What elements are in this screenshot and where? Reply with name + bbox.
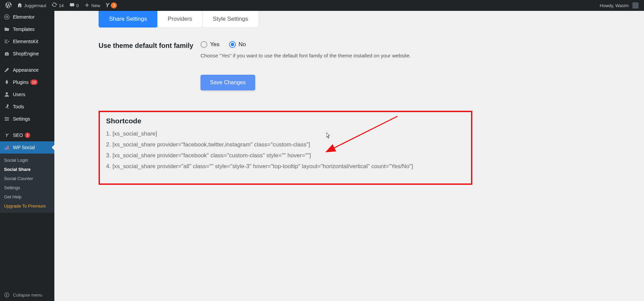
yoast-badge: 3 — [111, 2, 117, 8]
submenu-get-help[interactable]: Get Help — [0, 192, 54, 201]
tab-share-settings[interactable]: Share Settings — [99, 11, 158, 28]
svg-rect-5 — [5, 40, 8, 40]
menu-label: ShopEngine — [13, 51, 39, 56]
elementskit-icon — [3, 38, 10, 45]
svg-rect-18 — [7, 146, 8, 149]
menu-label: Appearance — [13, 67, 39, 73]
svg-rect-16 — [5, 148, 5, 150]
shopengine-icon — [3, 50, 10, 57]
menu-label: ElementsKit — [13, 39, 38, 44]
menu-tools[interactable]: Tools — [0, 101, 54, 113]
updates-link[interactable]: 14 — [49, 0, 66, 11]
svg-point-9 — [6, 92, 8, 94]
new-label: New — [91, 3, 100, 8]
svg-rect-4 — [7, 18, 8, 18]
svg-point-13 — [5, 117, 6, 118]
menu-label: Tools — [13, 104, 24, 109]
menu-users[interactable]: Users — [0, 88, 54, 101]
folder-icon — [3, 26, 10, 33]
comments-link[interactable]: 0 — [67, 0, 82, 11]
menu-appearance[interactable]: Appearance — [0, 64, 54, 76]
menu-wpsocial[interactable]: WP Social — [0, 141, 54, 154]
radio-icon — [229, 41, 236, 48]
menu-settings[interactable]: Settings — [0, 113, 54, 125]
sliders-icon — [3, 116, 10, 122]
svg-point-8 — [6, 54, 7, 55]
shortcode-box: Shortcode 1. [xs_social_share] 2. [xs_so… — [99, 111, 472, 185]
svg-rect-2 — [7, 16, 8, 17]
submenu-social-counter[interactable]: Social Counter — [0, 174, 54, 183]
radio-label: No — [239, 41, 246, 48]
avatar-icon — [632, 2, 639, 8]
submenu-social-login[interactable]: Social Login — [0, 156, 54, 165]
main-content: Share Settings Providers Style Settings … — [54, 11, 644, 300]
save-button[interactable]: Save Changes — [201, 75, 255, 90]
font-hint: Choose "Yes" if you want to use the defa… — [201, 53, 472, 58]
home-icon — [17, 2, 22, 9]
collapse-label: Collapse menu — [13, 293, 42, 298]
plug-icon — [3, 79, 10, 86]
menu-plugins[interactable]: Plugins 10 — [0, 76, 54, 88]
plugins-badge: 10 — [30, 79, 38, 85]
svg-rect-6 — [5, 41, 7, 42]
radio-icon — [201, 41, 207, 48]
admin-sidebar: Elementor Templates ElementsKit ShopEngi… — [0, 11, 54, 300]
site-name-link[interactable]: Juggernaut — [14, 0, 49, 11]
menu-label: WP Social — [13, 145, 35, 150]
yoast-icon: Y — [106, 3, 109, 8]
menu-label: Users — [13, 92, 25, 97]
collapse-menu[interactable]: Collapse menu — [0, 289, 54, 300]
svg-point-14 — [7, 118, 8, 119]
shortcode-item: 2. [xs_social_share provider="facebook,t… — [106, 141, 465, 148]
yoast-seo-icon: Y — [3, 132, 10, 139]
shortcode-item: 1. [xs_social_share] — [106, 130, 465, 137]
plus-icon — [84, 2, 90, 9]
tab-providers[interactable]: Providers — [157, 11, 203, 28]
wpsocial-icon — [3, 144, 10, 151]
admin-bar: Juggernaut 14 0 New Y 3 Howdy, Wasim — [0, 0, 644, 11]
my-account-link[interactable]: Howdy, Wasim — [597, 0, 641, 11]
menu-shopengine[interactable]: ShopEngine — [0, 48, 54, 60]
wordpress-icon — [5, 2, 12, 9]
brush-icon — [3, 67, 10, 73]
svg-rect-1 — [6, 16, 6, 18]
tab-style-settings[interactable]: Style Settings — [202, 11, 259, 28]
submenu-settings[interactable]: Settings — [0, 183, 54, 192]
font-family-row: Use theme default font family Yes No Cho… — [99, 41, 472, 58]
submenu-social-share[interactable]: Social Share — [0, 165, 54, 174]
user-icon — [3, 91, 10, 98]
svg-rect-17 — [6, 147, 7, 149]
menu-label: Templates — [13, 26, 35, 32]
menu-label: Settings — [13, 116, 30, 122]
yoast-link[interactable]: Y 3 — [103, 0, 120, 11]
menu-seo[interactable]: Y SEO 3 — [0, 129, 54, 141]
radio-label: Yes — [210, 41, 220, 48]
menu-label: Elementor — [13, 14, 35, 20]
font-radio-group: Yes No — [201, 41, 472, 48]
menu-elementor[interactable]: Elementor — [0, 11, 54, 23]
menu-templates[interactable]: Templates — [0, 23, 54, 35]
font-family-label: Use theme default font family — [99, 41, 201, 50]
updates-count: 14 — [59, 3, 64, 8]
menu-label: Plugins — [13, 79, 29, 85]
svg-rect-7 — [5, 42, 8, 43]
wp-logo[interactable] — [3, 0, 14, 11]
wrench-icon — [3, 103, 10, 110]
radio-no[interactable]: No — [229, 41, 246, 48]
new-content-link[interactable]: New — [82, 0, 103, 11]
wpsocial-submenu: Social Login Social Share Social Counter… — [0, 154, 54, 213]
comments-count: 0 — [76, 3, 79, 8]
shortcode-title: Shortcode — [106, 117, 465, 125]
svg-rect-3 — [7, 17, 8, 17]
comment-icon — [69, 2, 75, 9]
tab-nav: Share Settings Providers Style Settings — [99, 11, 472, 28]
shortcode-item: 3. [xs_social_share provider="facebook" … — [106, 152, 465, 159]
menu-label: SEO — [13, 132, 23, 138]
svg-point-15 — [6, 120, 7, 121]
menu-elementskit[interactable]: ElementsKit — [0, 35, 54, 48]
radio-yes[interactable]: Yes — [201, 41, 220, 48]
submenu-upgrade[interactable]: Upgrade To Premium — [0, 201, 54, 211]
updates-icon — [52, 2, 57, 9]
collapse-icon — [3, 291, 10, 298]
shortcode-item: 4. [xs_social_share provider="all" class… — [106, 163, 465, 170]
